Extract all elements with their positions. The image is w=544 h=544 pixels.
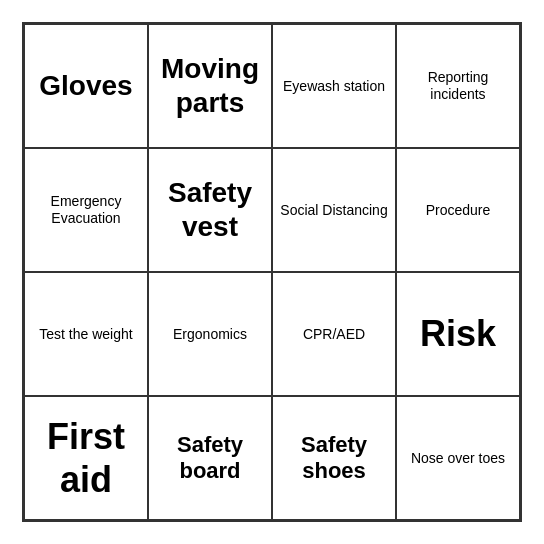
cell-r2c1: Ergonomics: [148, 272, 272, 396]
cell-text-r2c3: Risk: [420, 312, 496, 355]
cell-text-r1c2: Social Distancing: [280, 202, 387, 219]
cell-r3c3: Nose over toes: [396, 396, 520, 520]
cell-text-r0c1: Moving parts: [155, 52, 265, 119]
cell-text-r3c0: First aid: [31, 415, 141, 501]
cell-r2c2: CPR/AED: [272, 272, 396, 396]
cell-text-r3c1: Safety board: [155, 432, 265, 485]
cell-text-r3c2: Safety shoes: [279, 432, 389, 485]
cell-r3c1: Safety board: [148, 396, 272, 520]
cell-r0c2: Eyewash station: [272, 24, 396, 148]
cell-text-r0c3: Reporting incidents: [403, 69, 513, 103]
cell-text-r0c0: Gloves: [39, 69, 132, 103]
cell-text-r2c1: Ergonomics: [173, 326, 247, 343]
cell-r3c0: First aid: [24, 396, 148, 520]
cell-text-r0c2: Eyewash station: [283, 78, 385, 95]
cell-r1c0: Emergency Evacuation: [24, 148, 148, 272]
cell-text-r1c1: Safety vest: [155, 176, 265, 243]
cell-r1c1: Safety vest: [148, 148, 272, 272]
cell-r2c3: Risk: [396, 272, 520, 396]
cell-r1c3: Procedure: [396, 148, 520, 272]
cell-text-r3c3: Nose over toes: [411, 450, 505, 467]
cell-text-r1c0: Emergency Evacuation: [31, 193, 141, 227]
cell-r3c2: Safety shoes: [272, 396, 396, 520]
cell-r2c0: Test the weight: [24, 272, 148, 396]
cell-r0c3: Reporting incidents: [396, 24, 520, 148]
bingo-grid: GlovesMoving partsEyewash stationReporti…: [22, 22, 522, 522]
cell-r1c2: Social Distancing: [272, 148, 396, 272]
cell-text-r2c2: CPR/AED: [303, 326, 365, 343]
cell-text-r1c3: Procedure: [426, 202, 491, 219]
cell-r0c1: Moving parts: [148, 24, 272, 148]
cell-r0c0: Gloves: [24, 24, 148, 148]
cell-text-r2c0: Test the weight: [39, 326, 132, 343]
